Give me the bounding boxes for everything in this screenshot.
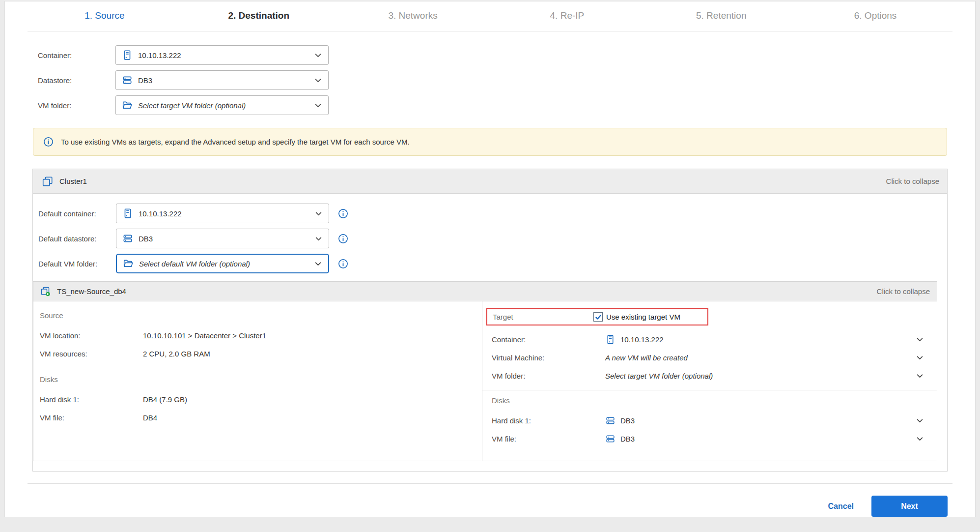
wizard-page: 1. Source 2. Destination 3. Networks 4. … [4, 1, 976, 517]
chevron-down-icon [916, 372, 924, 380]
folder-icon [122, 100, 133, 111]
default-container-dropdown[interactable]: 10.10.13.222 [116, 204, 329, 223]
datastore-icon [122, 233, 133, 244]
target-container-label: Container: [492, 335, 605, 344]
vm-running-icon [40, 286, 51, 297]
vm-panel-title: TS_new-Source_db4 [57, 287, 126, 296]
default-datastore-dropdown-value: DB3 [139, 235, 314, 243]
source-vm-file-value: DB4 [143, 414, 157, 422]
container-label: Container: [38, 51, 115, 59]
target-container-select[interactable]: Container: 10.10.13.222 [482, 330, 937, 349]
chevron-down-icon [314, 235, 323, 243]
target-virtual-machine-label: Virtual Machine: [492, 354, 605, 362]
vm-location-value: 10.10.10.101 > Datacenter > Cluster1 [143, 331, 266, 340]
step-tab-networks: 3. Networks [336, 10, 490, 21]
target-vm-folder-select[interactable]: VM folder: Select target VM folder (opti… [482, 367, 937, 385]
cluster-icon [42, 176, 54, 187]
datastore-icon [122, 75, 133, 86]
target-virtual-machine-select[interactable]: Virtual Machine: A new VM will be create… [482, 349, 937, 367]
source-hard-disk-value: DB4 (7.9 GB) [143, 395, 187, 404]
step-tab-destination[interactable]: 2. Destination [182, 10, 336, 21]
source-hard-disk-row: Hard disk 1: DB4 (7.9 GB) [33, 390, 482, 409]
vm-location-row: VM location: 10.10.10.101 > Datacenter >… [33, 326, 482, 345]
default-datastore-dropdown[interactable]: DB3 [116, 229, 329, 248]
host-icon [122, 208, 133, 219]
target-hard-disk-label: Hard disk 1: [492, 416, 605, 425]
source-disks-title: Disks [33, 375, 482, 384]
cluster-panel: Cluster1 Click to collapse Default conta… [32, 169, 948, 472]
cluster-panel-header[interactable]: Cluster1 Click to collapse [33, 169, 947, 194]
default-container-row: Default container: 10.10.13.222 [38, 204, 937, 223]
default-vm-folder-label: Default VM folder: [38, 260, 116, 268]
target-disks-title: Disks [482, 396, 937, 405]
source-hard-disk-label: Hard disk 1: [40, 395, 143, 404]
vm-collapse-hint: Click to collapse [877, 287, 930, 296]
chevron-down-icon [314, 260, 322, 268]
target-vm-file-value: DB3 [620, 435, 635, 443]
vm-folder-row: VM folder: Select target VM folder (opti… [38, 95, 975, 115]
destination-form: Container: 10.10.13.222 Datastore: DB3 [38, 45, 975, 115]
host-icon [122, 50, 133, 60]
info-icon[interactable] [338, 234, 348, 244]
vm-panel-header[interactable]: TS_new-Source_db4 Click to collapse [33, 282, 937, 301]
info-icon[interactable] [338, 259, 348, 269]
source-section-title: Source [33, 311, 482, 320]
cluster-panel-body: Default container: 10.10.13.222 Default … [33, 194, 947, 471]
vm-location-label: VM location: [40, 331, 143, 340]
info-banner-text: To use existing VMs as targets, expand t… [61, 138, 410, 146]
vm-folder-dropdown[interactable]: Select target VM folder (optional) [115, 95, 329, 115]
target-column: Target Use existing target VM Container: [482, 301, 937, 461]
vm-resources-row: VM resources: 2 CPU, 2.0 GB RAM [33, 345, 482, 363]
cancel-button[interactable]: Cancel [828, 502, 854, 511]
info-icon[interactable] [338, 208, 348, 219]
chevron-down-icon [314, 209, 323, 218]
step-tab-options: 6. Options [798, 10, 952, 21]
datastore-icon [605, 434, 616, 444]
chevron-down-icon [916, 416, 924, 425]
use-existing-target-vm-label[interactable]: Use existing target VM [606, 313, 680, 321]
source-column: Source VM location: 10.10.10.101 > Datac… [33, 301, 482, 461]
datastore-row: Datastore: DB3 [38, 70, 975, 90]
step-tab-reip: 4. Re-IP [490, 10, 644, 21]
vm-panel-body: Source VM location: 10.10.10.101 > Datac… [33, 301, 937, 461]
chevron-down-icon [916, 354, 924, 362]
target-hard-disk-value: DB3 [620, 416, 635, 425]
use-existing-target-vm-checkbox[interactable] [593, 312, 603, 322]
default-container-label: Default container: [38, 209, 116, 218]
default-datastore-row: Default datastore: DB3 [38, 229, 937, 248]
vm-resources-value: 2 CPU, 2.0 GB RAM [143, 350, 210, 358]
target-hard-disk-select[interactable]: Hard disk 1: DB3 [482, 412, 937, 430]
target-vm-folder-label: VM folder: [492, 372, 605, 380]
datastore-label: Datastore: [38, 76, 115, 85]
datastore-dropdown[interactable]: DB3 [115, 70, 329, 90]
step-tab-source[interactable]: 1. Source [28, 10, 182, 21]
folder-icon [123, 258, 134, 269]
chevron-down-icon [314, 51, 322, 59]
target-vm-file-label: VM file: [492, 435, 605, 443]
footer-divider [28, 483, 952, 484]
chevron-down-icon [314, 101, 322, 110]
target-section-title: Target [493, 313, 593, 321]
vm-folder-dropdown-value: Select target VM folder (optional) [138, 101, 314, 110]
default-vm-folder-dropdown[interactable]: Select default VM folder (optional) [116, 254, 329, 273]
cluster-panel-title: Cluster1 [59, 177, 87, 185]
default-vm-folder-dropdown-value: Select default VM folder (optional) [139, 260, 314, 268]
target-highlight-box: Target Use existing target VM [486, 308, 708, 325]
target-virtual-machine-value: A new VM will be created [605, 354, 688, 362]
source-divider [33, 369, 482, 369]
cluster-collapse-hint: Click to collapse [886, 177, 939, 185]
container-dropdown[interactable]: 10.10.13.222 [115, 45, 329, 65]
source-vm-file-row: VM file: DB4 [33, 409, 482, 427]
target-divider [482, 390, 937, 390]
vm-folder-label: VM folder: [38, 101, 115, 110]
default-vm-folder-row: Default VM folder: Select default VM fol… [38, 254, 937, 273]
footer: Cancel Next [32, 496, 948, 517]
info-banner: To use existing VMs as targets, expand t… [33, 128, 947, 156]
host-icon [605, 334, 616, 345]
target-vm-folder-value: Select target VM folder (optional) [605, 372, 713, 380]
datastore-dropdown-value: DB3 [138, 76, 314, 85]
container-dropdown-value: 10.10.13.222 [138, 51, 314, 59]
vm-panel: TS_new-Source_db4 Click to collapse Sour… [33, 281, 937, 461]
next-button[interactable]: Next [871, 496, 948, 517]
target-vm-file-select[interactable]: VM file: DB3 [482, 430, 937, 448]
